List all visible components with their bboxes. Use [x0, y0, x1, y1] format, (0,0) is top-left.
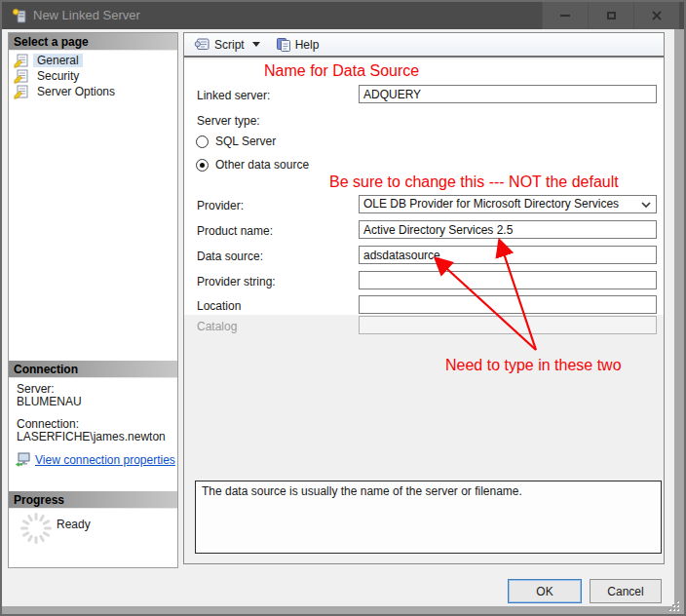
app-icon	[12, 8, 28, 24]
provider-string-label: Provider string:	[197, 275, 276, 289]
maximize-icon	[607, 12, 616, 19]
script-dropdown-button[interactable]	[248, 34, 264, 55]
sidebar-item-general[interactable]: General	[9, 53, 177, 68]
dropdown-chevron-icon	[252, 42, 260, 47]
progress-status: Ready	[57, 518, 91, 531]
toolbar: Script Help	[184, 33, 664, 58]
location-label: Location	[197, 299, 241, 313]
page-selector-panel: Select a page General Security Se	[8, 32, 178, 568]
progress-header: Progress	[9, 491, 177, 509]
help-button[interactable]: Help	[272, 34, 324, 55]
sidebar-item-label: Security	[33, 69, 83, 83]
help-icon	[276, 37, 291, 53]
connection-properties-icon	[15, 452, 31, 468]
window-edge-right	[674, 29, 684, 614]
minimize-button[interactable]	[542, 2, 588, 29]
provider-string-input[interactable]	[359, 271, 657, 289]
connection-label: Connection:	[17, 417, 79, 431]
window-title: New Linked Server	[33, 8, 140, 22]
radio-other-data-source-label: Other data source	[215, 158, 309, 172]
page-icon	[14, 54, 29, 68]
catalog-input	[359, 316, 657, 334]
view-connection-properties-link[interactable]: View connection properties	[15, 452, 175, 468]
radio-sql-server-label: SQL Server	[215, 135, 276, 148]
radio-sql-server[interactable]: SQL Server	[196, 135, 276, 148]
window-controls	[542, 2, 679, 29]
linked-server-label: Linked server:	[197, 89, 270, 102]
select-a-page-header: Select a page	[9, 33, 177, 51]
provider-select[interactable]: OLE DB Provider for Microsoft Directory …	[359, 195, 657, 213]
sidebar-item-label: General	[33, 54, 83, 67]
script-label: Script	[214, 38, 245, 52]
radio-other-data-source[interactable]: Other data source	[196, 158, 309, 172]
spinner-icon	[19, 511, 54, 546]
sidebar-item-label: Server Options	[33, 85, 119, 98]
field-help-box: The data source is usually the name of t…	[195, 481, 662, 554]
main-panel: Script Help Name for Data Source Be sure…	[183, 32, 665, 564]
annotation-name-for-data-source: Name for Data Source	[264, 62, 419, 80]
page-icon	[14, 85, 29, 99]
location-input[interactable]	[359, 295, 657, 314]
data-source-label: Data source:	[197, 250, 263, 263]
sidebar-item-server-options[interactable]: Server Options	[9, 84, 177, 99]
new-linked-server-dialog: New Linked Server Select a page General	[0, 0, 686, 616]
server-value: BLUMENAU	[17, 395, 82, 408]
close-button[interactable]	[633, 2, 679, 29]
radio-circle	[196, 135, 209, 148]
help-label: Help	[295, 38, 320, 52]
page-icon	[14, 69, 29, 84]
combo-chevron-icon	[641, 202, 651, 209]
provider-selected-value: OLE DB Provider for Microsoft Directory …	[363, 197, 619, 211]
annotation-change-default: Be sure to change this --- NOT the defau…	[329, 173, 619, 191]
server-type-label: Server type:	[197, 114, 260, 128]
view-connection-properties-label: View connection properties	[35, 453, 175, 467]
script-icon	[194, 37, 210, 52]
product-name-label: Product name:	[197, 224, 273, 238]
connection-header: Connection	[9, 361, 177, 378]
cancel-button[interactable]: Cancel	[590, 579, 662, 603]
resize-grip[interactable]	[668, 600, 678, 610]
close-icon	[652, 11, 662, 20]
script-button[interactable]: Script	[190, 34, 248, 55]
ok-button[interactable]: OK	[508, 579, 582, 603]
radio-circle	[196, 159, 209, 172]
product-name-input[interactable]	[359, 220, 657, 239]
sidebar-item-security[interactable]: Security	[9, 68, 177, 84]
catalog-label: Catalog	[197, 320, 237, 333]
connection-value: LASERFICHE\james.newton	[17, 430, 166, 443]
titlebar: New Linked Server	[2, 2, 684, 29]
linked-server-input[interactable]	[359, 85, 657, 103]
server-label: Server:	[17, 382, 55, 396]
provider-label: Provider:	[197, 199, 244, 212]
minimize-icon	[560, 15, 570, 17]
window-edge-bottom	[2, 606, 684, 614]
data-source-input[interactable]	[359, 246, 657, 264]
maximize-button[interactable]	[588, 2, 633, 29]
annotation-type-these-two: Need to type in these two	[445, 357, 622, 374]
